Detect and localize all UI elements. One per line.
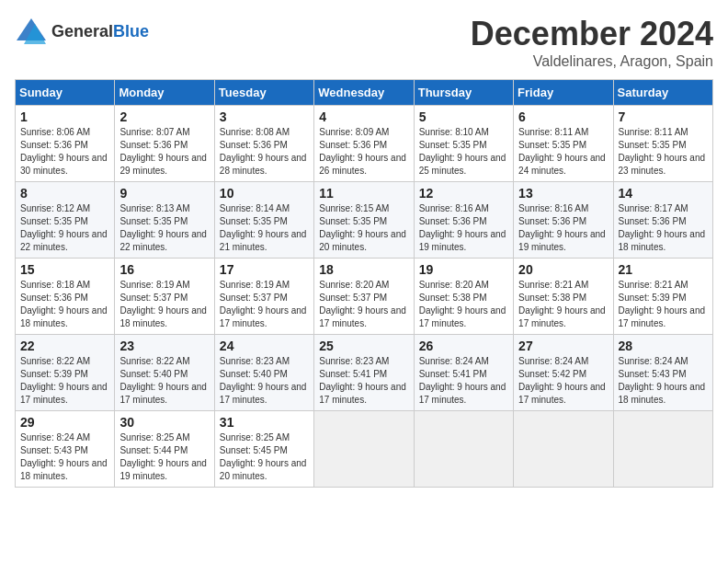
day-number: 3 [220, 109, 309, 124]
cell-info: Sunrise: 8:24 AM Sunset: 5:42 PM Dayligh… [518, 355, 608, 407]
col-header-friday: Friday [514, 80, 613, 106]
calendar-cell: 3Sunrise: 8:08 AM Sunset: 5:36 PM Daylig… [214, 106, 313, 182]
cell-info: Sunrise: 8:12 AM Sunset: 5:35 PM Dayligh… [20, 202, 109, 254]
title-block: December 2024 Valdelinares, Aragon, Spai… [471, 15, 713, 70]
day-number: 15 [20, 262, 109, 277]
calendar-cell: 20Sunrise: 8:21 AM Sunset: 5:38 PM Dayli… [514, 259, 613, 335]
day-number: 30 [119, 415, 209, 430]
logo-icon [15, 15, 48, 48]
calendar-cell [414, 411, 513, 488]
cell-info: Sunrise: 8:19 AM Sunset: 5:37 PM Dayligh… [220, 279, 309, 330]
logo-text-general: General [51, 22, 113, 40]
calendar-cell: 31Sunrise: 8:25 AM Sunset: 5:45 PM Dayli… [214, 411, 313, 488]
calendar-week-row: 29Sunrise: 8:24 AM Sunset: 5:43 PM Dayli… [16, 411, 713, 488]
cell-info: Sunrise: 8:24 AM Sunset: 5:41 PM Dayligh… [419, 355, 508, 407]
calendar-cell: 13Sunrise: 8:16 AM Sunset: 5:36 PM Dayli… [514, 182, 613, 259]
calendar-cell: 21Sunrise: 8:21 AM Sunset: 5:39 PM Dayli… [613, 259, 712, 335]
day-number: 21 [619, 262, 708, 277]
col-header-monday: Monday [115, 80, 214, 106]
cell-info: Sunrise: 8:18 AM Sunset: 5:36 PM Dayligh… [20, 279, 109, 330]
cell-info: Sunrise: 8:22 AM Sunset: 5:39 PM Dayligh… [20, 355, 109, 407]
col-header-tuesday: Tuesday [214, 80, 313, 106]
calendar-cell: 9Sunrise: 8:13 AM Sunset: 5:35 PM Daylig… [115, 182, 214, 259]
cell-info: Sunrise: 8:10 AM Sunset: 5:35 PM Dayligh… [419, 126, 508, 178]
day-number: 28 [619, 339, 708, 353]
day-number: 27 [518, 339, 608, 353]
day-number: 14 [619, 186, 708, 201]
calendar-cell: 6Sunrise: 8:11 AM Sunset: 5:35 PM Daylig… [514, 106, 613, 182]
day-number: 22 [20, 339, 109, 353]
calendar-cell: 25Sunrise: 8:23 AM Sunset: 5:41 PM Dayli… [314, 335, 414, 411]
cell-info: Sunrise: 8:08 AM Sunset: 5:36 PM Dayligh… [220, 126, 309, 178]
cell-info: Sunrise: 8:22 AM Sunset: 5:40 PM Dayligh… [119, 355, 209, 407]
cell-info: Sunrise: 8:11 AM Sunset: 5:35 PM Dayligh… [619, 126, 708, 178]
calendar-header-row: SundayMondayTuesdayWednesdayThursdayFrid… [16, 80, 713, 106]
cell-info: Sunrise: 8:11 AM Sunset: 5:35 PM Dayligh… [518, 126, 608, 178]
cell-info: Sunrise: 8:14 AM Sunset: 5:35 PM Dayligh… [220, 202, 309, 254]
day-number: 6 [518, 109, 608, 124]
day-number: 31 [220, 415, 309, 430]
cell-info: Sunrise: 8:24 AM Sunset: 5:43 PM Dayligh… [619, 355, 708, 407]
day-number: 23 [119, 339, 209, 353]
calendar-table: SundayMondayTuesdayWednesdayThursdayFrid… [15, 79, 713, 488]
cell-info: Sunrise: 8:24 AM Sunset: 5:43 PM Dayligh… [20, 431, 109, 483]
calendar-cell: 12Sunrise: 8:16 AM Sunset: 5:36 PM Dayli… [414, 182, 513, 259]
calendar-week-row: 1Sunrise: 8:06 AM Sunset: 5:36 PM Daylig… [16, 106, 713, 182]
cell-info: Sunrise: 8:15 AM Sunset: 5:35 PM Dayligh… [319, 202, 408, 254]
location-title: Valdelinares, Aragon, Spain [471, 53, 713, 70]
calendar-cell [613, 411, 712, 488]
calendar-cell: 4Sunrise: 8:09 AM Sunset: 5:36 PM Daylig… [314, 106, 414, 182]
calendar-cell: 1Sunrise: 8:06 AM Sunset: 5:36 PM Daylig… [16, 106, 115, 182]
day-number: 19 [419, 262, 508, 277]
logo-text-blue: Blue [113, 22, 149, 40]
calendar-cell: 7Sunrise: 8:11 AM Sunset: 5:35 PM Daylig… [613, 106, 712, 182]
calendar-cell: 26Sunrise: 8:24 AM Sunset: 5:41 PM Dayli… [414, 335, 513, 411]
col-header-thursday: Thursday [414, 80, 513, 106]
calendar-cell: 28Sunrise: 8:24 AM Sunset: 5:43 PM Dayli… [613, 335, 712, 411]
cell-info: Sunrise: 8:16 AM Sunset: 5:36 PM Dayligh… [419, 202, 508, 254]
cell-info: Sunrise: 8:20 AM Sunset: 5:38 PM Dayligh… [419, 279, 508, 330]
day-number: 25 [319, 339, 408, 353]
calendar-cell: 5Sunrise: 8:10 AM Sunset: 5:35 PM Daylig… [414, 106, 513, 182]
calendar-cell: 23Sunrise: 8:22 AM Sunset: 5:40 PM Dayli… [115, 335, 214, 411]
calendar-cell: 17Sunrise: 8:19 AM Sunset: 5:37 PM Dayli… [214, 259, 313, 335]
calendar-cell: 24Sunrise: 8:23 AM Sunset: 5:40 PM Dayli… [214, 335, 313, 411]
day-number: 29 [20, 415, 109, 430]
col-header-saturday: Saturday [613, 80, 712, 106]
day-number: 2 [119, 109, 209, 124]
day-number: 13 [518, 186, 608, 201]
day-number: 20 [518, 262, 608, 277]
cell-info: Sunrise: 8:06 AM Sunset: 5:36 PM Dayligh… [20, 126, 109, 178]
day-number: 11 [319, 186, 408, 201]
day-number: 24 [220, 339, 309, 353]
calendar-cell: 11Sunrise: 8:15 AM Sunset: 5:35 PM Dayli… [314, 182, 414, 259]
calendar-cell: 16Sunrise: 8:19 AM Sunset: 5:37 PM Dayli… [115, 259, 214, 335]
page-header: GeneralBlue December 2024 Valdelinares, … [15, 15, 713, 70]
cell-info: Sunrise: 8:13 AM Sunset: 5:35 PM Dayligh… [119, 202, 209, 254]
calendar-cell: 22Sunrise: 8:22 AM Sunset: 5:39 PM Dayli… [16, 335, 115, 411]
calendar-cell: 15Sunrise: 8:18 AM Sunset: 5:36 PM Dayli… [16, 259, 115, 335]
col-header-wednesday: Wednesday [314, 80, 414, 106]
cell-info: Sunrise: 8:07 AM Sunset: 5:36 PM Dayligh… [119, 126, 209, 178]
day-number: 5 [419, 109, 508, 124]
col-header-sunday: Sunday [16, 80, 115, 106]
cell-info: Sunrise: 8:16 AM Sunset: 5:36 PM Dayligh… [518, 202, 608, 254]
calendar-week-row: 15Sunrise: 8:18 AM Sunset: 5:36 PM Dayli… [16, 259, 713, 335]
cell-info: Sunrise: 8:21 AM Sunset: 5:38 PM Dayligh… [518, 279, 608, 330]
cell-info: Sunrise: 8:23 AM Sunset: 5:40 PM Dayligh… [220, 355, 309, 407]
calendar-cell: 30Sunrise: 8:25 AM Sunset: 5:44 PM Dayli… [115, 411, 214, 488]
calendar-cell: 27Sunrise: 8:24 AM Sunset: 5:42 PM Dayli… [514, 335, 613, 411]
calendar-cell: 14Sunrise: 8:17 AM Sunset: 5:36 PM Dayli… [613, 182, 712, 259]
cell-info: Sunrise: 8:25 AM Sunset: 5:44 PM Dayligh… [119, 431, 209, 483]
cell-info: Sunrise: 8:23 AM Sunset: 5:41 PM Dayligh… [319, 355, 408, 407]
month-title: December 2024 [471, 15, 713, 53]
calendar-cell [314, 411, 414, 488]
day-number: 12 [419, 186, 508, 201]
cell-info: Sunrise: 8:09 AM Sunset: 5:36 PM Dayligh… [319, 126, 408, 178]
calendar-cell: 2Sunrise: 8:07 AM Sunset: 5:36 PM Daylig… [115, 106, 214, 182]
logo: GeneralBlue [15, 15, 149, 48]
cell-info: Sunrise: 8:20 AM Sunset: 5:37 PM Dayligh… [319, 279, 408, 330]
day-number: 7 [619, 109, 708, 124]
calendar-cell: 19Sunrise: 8:20 AM Sunset: 5:38 PM Dayli… [414, 259, 513, 335]
cell-info: Sunrise: 8:21 AM Sunset: 5:39 PM Dayligh… [619, 279, 708, 330]
